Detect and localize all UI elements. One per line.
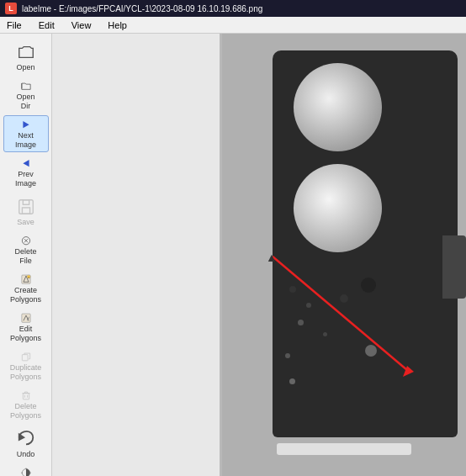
delete-polygons-label: DeletePolygons (10, 402, 41, 420)
open-dir-button[interactable]: OpenDir (3, 77, 49, 114)
save-label: Save (17, 218, 34, 227)
duplicate-polygons-button[interactable]: DuplicatePolygons (3, 347, 49, 384)
canvas-image: ▲ (222, 34, 466, 476)
brightness-contrast-button[interactable]: BrightnessContrast (3, 463, 49, 476)
svg-rect-4 (22, 208, 29, 214)
toolbar: Open OpenDir NextImage PrevImage (0, 34, 52, 476)
menu-help[interactable]: Help (104, 19, 130, 32)
app-icon: L (5, 3, 17, 14)
svg-marker-17 (19, 434, 24, 439)
create-polygons-label: CreatePolygons (10, 286, 41, 304)
main-layout: Open OpenDir NextImage PrevImage (0, 34, 466, 476)
open-label: Open (16, 63, 34, 72)
canvas-area[interactable]: ▲ (220, 34, 466, 476)
svg-marker-1 (23, 160, 29, 167)
svg-marker-0 (23, 121, 29, 128)
svg-rect-2 (19, 199, 33, 214)
titlebar-title: labelme - E:/images/FPCAI/YCL-1\2023-08-… (22, 4, 262, 13)
edit-polygons-button[interactable]: EditPolygons (3, 309, 49, 346)
prev-image-button[interactable]: PrevImage (3, 154, 49, 191)
open-dir-label: OpenDir (16, 93, 34, 111)
svg-text:✏: ✏ (28, 276, 30, 279)
menu-edit[interactable]: Edit (35, 19, 58, 32)
undo-label: Undo (17, 450, 35, 459)
edit-polygons-label: EditPolygons (10, 325, 41, 343)
menu-file[interactable]: File (3, 19, 25, 32)
delete-polygons-button[interactable]: DeletePolygons (3, 386, 49, 423)
duplicate-polygons-label: DuplicatePolygons (10, 363, 42, 382)
svg-rect-13 (22, 355, 28, 361)
svg-rect-14 (23, 394, 29, 399)
open-button[interactable]: Open (3, 38, 49, 75)
menu-view[interactable]: View (68, 19, 95, 32)
svg-rect-3 (23, 199, 29, 204)
create-polygons-button[interactable]: ✏ CreatePolygons (3, 270, 49, 307)
delete-file-button[interactable]: DeleteFile (3, 231, 49, 268)
next-image-label: NextImage (15, 131, 36, 150)
menubar: File Edit View Help (0, 17, 466, 34)
prev-image-label: PrevImage (15, 170, 36, 188)
titlebar: L labelme - E:/images/FPCAI/YCL-1\2023-0… (0, 0, 466, 17)
save-button[interactable]: Save (3, 193, 49, 230)
delete-file-label: DeleteFile (14, 247, 36, 266)
undo-button[interactable]: Undo (3, 425, 49, 462)
labels-panel (52, 34, 220, 476)
next-image-button[interactable]: NextImage (3, 115, 49, 152)
content-area: ▲ (52, 34, 466, 476)
